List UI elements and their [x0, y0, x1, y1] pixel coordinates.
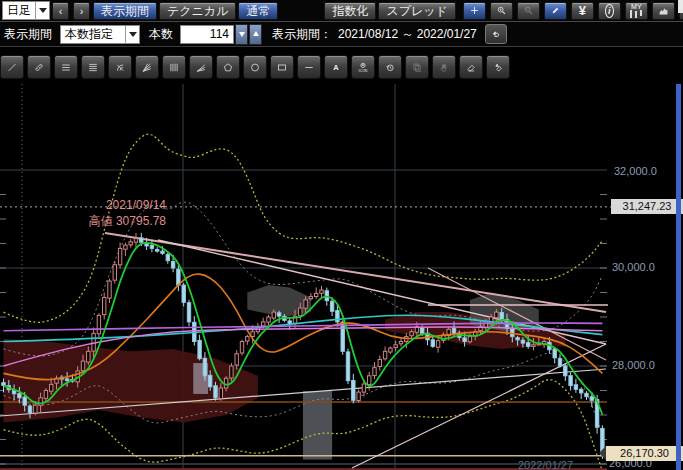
candle-down: [585, 393, 588, 396]
svg-text:ICON: ICON: [359, 68, 368, 72]
candle-down: [182, 285, 185, 302]
candle-down: [580, 389, 583, 393]
candle-down: [150, 245, 153, 248]
count-decrement-button[interactable]: [235, 24, 248, 45]
text-icon: A: [331, 59, 341, 76]
zoom-in-icon: [497, 3, 506, 18]
candle-up: [81, 361, 84, 371]
chevron-down-icon: [125, 26, 139, 43]
zoom-out-button[interactable]: [517, 2, 540, 20]
candle-up: [399, 342, 402, 344]
candle-up: [224, 378, 227, 388]
crosshair-button[interactable]: [463, 2, 486, 20]
candle-down: [18, 394, 21, 398]
candle-down: [527, 343, 530, 347]
candle-up: [87, 351, 90, 362]
range-label: 表示期間：: [272, 26, 332, 43]
toolbar-button-0[interactable]: 表示期間: [93, 2, 157, 20]
speed-lines-icon: [196, 59, 206, 76]
candle-up: [394, 345, 397, 348]
draw-pencil-icon: [551, 3, 560, 18]
fibonacci-arc-icon: [115, 59, 125, 76]
candle-down: [553, 349, 556, 358]
info-button[interactable]: i: [598, 2, 621, 20]
horizontal-lines-3-tool-button[interactable]: [54, 55, 78, 79]
candle-up: [315, 293, 318, 296]
svg-text:A: A: [333, 63, 339, 72]
candle-down: [452, 328, 455, 333]
chart-application-window: 日足 ‹ › 表示期間テクニカル通常指数化スプレッド ¥iMY 表示期間 本数指…: [0, 0, 683, 470]
trendline-icon: [7, 59, 17, 76]
vertical-lines-icon: [169, 59, 179, 76]
candle-up: [50, 384, 53, 391]
ellipse-tool-button[interactable]: [243, 55, 267, 79]
candle-down: [431, 340, 434, 347]
icon-stamp-tool-button[interactable]: ICON: [351, 55, 375, 79]
fan-lines-tool-button[interactable]: [135, 55, 159, 79]
rectangle-tool-button[interactable]: [270, 55, 294, 79]
eraser-icon: [466, 59, 476, 76]
text-tool-button[interactable]: A: [324, 55, 348, 79]
bar-count-input[interactable]: [180, 25, 234, 44]
candle-down: [564, 366, 567, 376]
candle-down: [171, 262, 174, 268]
candle-up: [44, 391, 47, 399]
zoom-out-icon: [524, 3, 533, 18]
icon-stamp-icon: ICON: [358, 59, 368, 76]
toolbar-button-4[interactable]: スプレッド: [378, 2, 455, 20]
copy-tool-button[interactable]: [405, 55, 429, 79]
candle-down: [352, 380, 355, 400]
erase-all-tool-button[interactable]: A: [486, 55, 510, 79]
speed-lines-tool-button[interactable]: [189, 55, 213, 79]
toolbar-button-2[interactable]: 通常: [238, 2, 278, 20]
candle-down: [569, 376, 572, 386]
area-chart-button[interactable]: [652, 2, 675, 20]
candle-up: [495, 312, 498, 318]
horizontal-lines-4-tool-button[interactable]: [81, 55, 105, 79]
candle-down: [203, 358, 206, 375]
chevron-down-icon: [35, 2, 49, 19]
period-mode-select[interactable]: 本数指定: [60, 25, 140, 44]
pentagon-tool-button[interactable]: [216, 55, 240, 79]
candle-up: [468, 337, 471, 342]
my-indicator-button[interactable]: MY: [625, 2, 648, 20]
candle-down: [330, 301, 333, 311]
candle-down: [590, 397, 593, 400]
draw-pencil-button[interactable]: [544, 2, 567, 20]
candle-up: [320, 290, 323, 293]
vertical-lines-tool-button[interactable]: [162, 55, 186, 79]
horizontal-line-tool-button[interactable]: [297, 55, 321, 79]
candle-up: [262, 322, 265, 326]
drawing-toolbar: AICONA: [0, 47, 683, 84]
trendline-tool-button[interactable]: [0, 55, 24, 79]
hand-tool-button[interactable]: [432, 55, 456, 79]
candle-up: [389, 348, 392, 352]
fibonacci-arc-tool-button[interactable]: [108, 55, 132, 79]
timeframe-select[interactable]: 日足: [2, 1, 50, 20]
area-chart-icon: [659, 4, 668, 18]
y-axis-label: 28,000.0: [612, 359, 655, 371]
period-label: 表示期間: [4, 26, 52, 43]
scrollbar-top-handle[interactable]: [678, 0, 683, 13]
reset-period-button[interactable]: [485, 24, 507, 44]
history-undo-tool-button[interactable]: [378, 55, 402, 79]
next-button[interactable]: ›: [73, 2, 90, 20]
candle-up: [118, 248, 121, 264]
candle-up: [129, 242, 132, 245]
candle-up: [34, 405, 37, 413]
count-increment-button[interactable]: [249, 24, 262, 45]
zoom-in-button[interactable]: [490, 2, 513, 20]
toolbar-button-1[interactable]: テクニカル: [159, 2, 236, 20]
x-axis-date-label: 2022/01/27: [518, 459, 573, 470]
ruler-tool-button[interactable]: [27, 55, 51, 79]
prev-button[interactable]: ‹: [52, 2, 69, 20]
my-indicator-icon: [629, 10, 643, 18]
erase-all-icon: A: [493, 59, 503, 76]
toolbar-button-3[interactable]: 指数化: [324, 2, 376, 20]
price-axis-scrollbar[interactable]: [676, 28, 681, 470]
eraser-tool-button[interactable]: [459, 55, 483, 79]
yen-button[interactable]: ¥: [571, 2, 594, 20]
count-label: 本数: [149, 26, 173, 43]
ruler-icon: [34, 59, 44, 76]
candle-up: [113, 265, 116, 280]
